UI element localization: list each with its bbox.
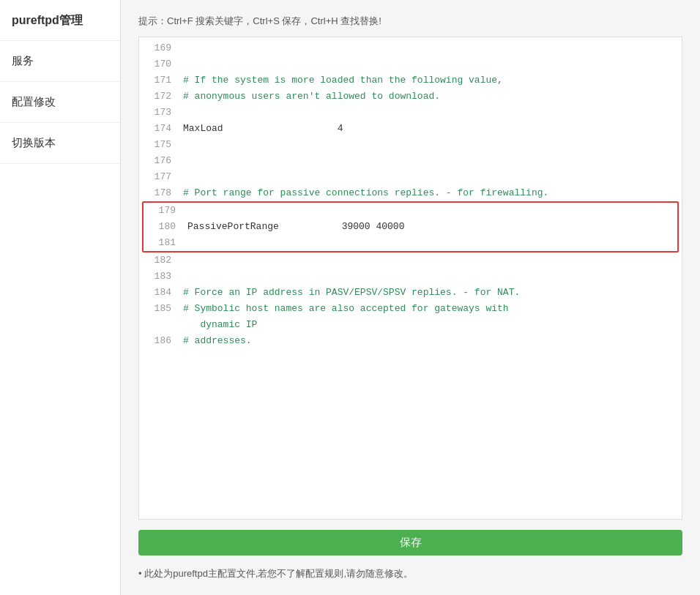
code-line: 183 <box>139 269 682 285</box>
line-number: 176 <box>145 153 171 169</box>
line-number: 178 <box>145 185 171 201</box>
code-line: 176 <box>139 153 682 169</box>
code-line: dynamic IP <box>139 317 682 333</box>
line-number: 169 <box>145 40 171 56</box>
code-line: 174MaxLoad 4 <box>139 121 682 137</box>
code-line: 180PassivePortRange 39000 40000 <box>144 219 677 235</box>
code-line: 186# addresses. <box>139 333 682 349</box>
line-number: 185 <box>145 301 171 317</box>
line-content: # addresses. <box>183 333 252 349</box>
line-number: 171 <box>145 72 171 89</box>
line-number: 170 <box>145 56 171 72</box>
line-content: # anonymous users aren't allowed to down… <box>183 89 440 105</box>
line-content: PassivePortRange 39000 40000 <box>187 219 404 235</box>
line-content: MaxLoad 4 <box>183 121 343 137</box>
code-line: 178# Port range for passive connections … <box>139 185 682 201</box>
code-line: 184# Force an IP address in PASV/EPSV/SP… <box>139 285 682 301</box>
line-number: 175 <box>145 137 171 153</box>
sidebar-item-service[interactable]: 服务 <box>0 41 120 82</box>
line-number: 186 <box>145 333 171 349</box>
line-content: dynamic IP <box>183 317 257 333</box>
line-number: 181 <box>149 235 176 251</box>
main-content: 提示：Ctrl+F 搜索关键字，Ctrl+S 保存，Ctrl+H 查找替换! 1… <box>121 0 700 595</box>
hint-text: 提示：Ctrl+F 搜索关键字，Ctrl+S 保存，Ctrl+H 查找替换! <box>138 15 682 28</box>
sidebar-item-config[interactable]: 配置修改 <box>0 82 120 123</box>
highlighted-block: 179180PassivePortRange 39000 40000181 <box>142 201 679 252</box>
code-line: 185# Symbolic host names are also accept… <box>139 301 682 317</box>
line-number: 172 <box>145 89 171 105</box>
line-number: 183 <box>145 269 171 285</box>
code-line: 179 <box>144 203 677 219</box>
code-line: 173 <box>139 105 682 121</box>
code-line: 171# If the system is more loaded than t… <box>139 72 682 89</box>
line-content: # If the system is more loaded than the … <box>183 72 503 89</box>
line-number: 180 <box>149 219 176 235</box>
line-number: 179 <box>149 203 176 219</box>
save-button[interactable]: 保存 <box>138 530 682 555</box>
line-number: 174 <box>145 121 171 137</box>
line-number: 173 <box>145 105 171 121</box>
code-line: 169 <box>139 40 682 56</box>
sidebar: pureftpd管理 服务 配置修改 切换版本 <box>0 0 121 595</box>
code-line: 172# anonymous users aren't allowed to d… <box>139 89 682 105</box>
line-content: # Port range for passive connections rep… <box>183 185 548 201</box>
line-number: 177 <box>145 169 171 185</box>
code-line: 182 <box>139 252 682 269</box>
code-line: 170 <box>139 56 682 72</box>
sidebar-item-switch[interactable]: 切换版本 <box>0 123 120 164</box>
note-text: 此处为pureftpd主配置文件,若您不了解配置规则,请勿随意修改。 <box>138 567 682 580</box>
code-editor[interactable]: 169170171# If the system is more loaded … <box>138 37 682 520</box>
code-line: 181 <box>144 235 677 251</box>
code-line: 177 <box>139 169 682 185</box>
line-content: # Force an IP address in PASV/EPSV/SPSV … <box>183 285 520 301</box>
line-number: 184 <box>145 285 171 301</box>
app-title: pureftpd管理 <box>0 0 120 41</box>
code-content[interactable]: 169170171# If the system is more loaded … <box>139 37 682 519</box>
code-line: 175 <box>139 137 682 153</box>
line-number: 182 <box>145 252 171 269</box>
line-content: # Symbolic host names are also accepted … <box>183 301 509 317</box>
